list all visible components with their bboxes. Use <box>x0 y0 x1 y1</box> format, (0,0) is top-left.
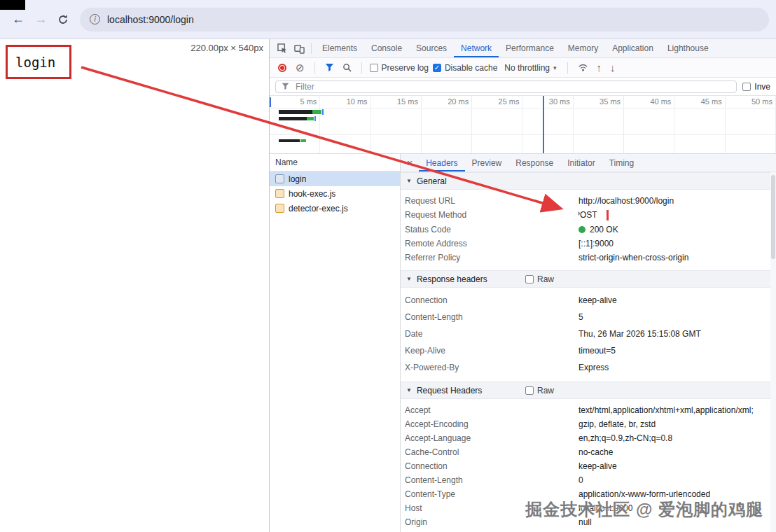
details-tab-initiator[interactable]: Initiator <box>560 154 602 172</box>
preserve-log-toggle[interactable]: Preserve log <box>370 63 429 73</box>
waterfall-timeline[interactable]: 5 ms 10 ms 15 ms 20 ms 25 ms 30 ms 35 ms… <box>270 96 776 154</box>
header-key: Remote Address <box>405 239 578 248</box>
header-value: Thu, 26 Mar 2026 15:15:08 GMT <box>578 329 776 339</box>
header-value: text/html,application/xhtml+xml,applicat… <box>578 405 776 415</box>
request-row-login[interactable]: login <box>270 172 400 186</box>
header-key: Connection <box>405 461 578 471</box>
disclosure-triangle-icon: ▼ <box>406 276 412 282</box>
header-key: Content-Length <box>405 312 578 322</box>
name-column-header[interactable]: Name <box>270 154 400 172</box>
login-button[interactable]: login <box>6 45 71 79</box>
clear-button[interactable]: ⊘ <box>293 62 307 74</box>
header-row: Status Code 200 OK <box>401 223 776 237</box>
devtools-tab-application[interactable]: Application <box>605 39 660 57</box>
checked-checkbox-icon: ✓ <box>433 64 441 72</box>
inspect-element-icon[interactable] <box>274 40 291 57</box>
header-key: Content-Type <box>405 489 578 499</box>
header-key: Content-Length <box>405 475 578 485</box>
request-header-rows: Accept text/html,application/xhtml+xml,a… <box>401 399 776 532</box>
section-response-headers[interactable]: ▼ Response headers Raw <box>401 270 776 288</box>
devtools-tab-sources[interactable]: Sources <box>409 39 454 57</box>
devtools-tab-elements[interactable]: Elements <box>315 39 364 57</box>
header-value: no-cache <box>578 447 776 457</box>
filter-icon[interactable] <box>323 63 336 72</box>
scrollbar-thumb[interactable] <box>771 175 775 259</box>
invert-filter-toggle[interactable]: Inve <box>742 82 770 92</box>
raw-label: Raw <box>537 274 554 284</box>
divider <box>567 62 568 74</box>
header-value: http://localhost:9000/login <box>578 196 776 206</box>
header-row: Accept-Language en,zh;q=0.9,zh-CN;q=0.8 <box>401 431 776 445</box>
header-row: Accept-Encoding gzip, deflate, br, zstd <box>401 417 776 431</box>
timeline-column: 25 ms <box>472 96 522 153</box>
page-content: login 220.00px × 540px <box>0 39 270 532</box>
header-row: Keep-Alive timeout=5 <box>401 342 776 359</box>
timeline-grid: 5 ms 10 ms 15 ms 20 ms 25 ms 30 ms 35 ms… <box>270 96 776 153</box>
timeline-divider <box>270 108 776 108</box>
devtools-tab-performance[interactable]: Performance <box>499 39 561 57</box>
post-method-highlight: POST <box>578 210 609 220</box>
timeline-column: 15 ms <box>371 96 422 153</box>
timeline-column: 40 ms <box>624 96 674 153</box>
header-row: Accept text/html,application/xhtml+xml,a… <box>401 403 776 417</box>
devtools-tab-console[interactable]: Console <box>364 39 409 57</box>
unchecked-checkbox-icon <box>742 83 751 91</box>
section-request-headers[interactable]: ▼ Request Headers Raw <box>401 382 776 399</box>
section-title: Request Headers <box>417 386 482 396</box>
devtools-tab-network[interactable]: Network <box>454 39 499 57</box>
details-tab-headers[interactable]: Headers <box>419 154 464 172</box>
close-icon[interactable]: × <box>401 158 419 169</box>
disable-cache-toggle[interactable]: ✓ Disable cache <box>433 63 497 73</box>
throttling-value: No throttling <box>504 63 550 73</box>
details-tab-response[interactable]: Response <box>508 154 560 172</box>
filter-input[interactable]: Filter <box>275 80 737 93</box>
reload-button[interactable] <box>53 10 73 29</box>
preserve-log-label: Preserve log <box>382 63 429 73</box>
element-dimensions-tooltip: 220.00px × 540px <box>190 43 263 53</box>
devtools-tab-memory[interactable]: Memory <box>561 39 605 57</box>
record-button[interactable] <box>275 61 289 75</box>
unchecked-checkbox-icon <box>525 386 534 395</box>
raw-toggle[interactable]: Raw <box>525 274 554 284</box>
header-key: Cache-Control <box>405 447 578 457</box>
network-conditions-icon[interactable] <box>576 62 590 73</box>
timeline-column: 50 ms <box>726 96 776 153</box>
header-row: Host localhost:9000 <box>401 501 776 515</box>
back-button[interactable]: ← <box>8 10 28 29</box>
header-row: Connection keep-alive <box>401 459 776 473</box>
invert-label: Inve <box>754 82 770 92</box>
document-icon <box>275 174 284 183</box>
response-header-rows: Connection keep-alive Content-Length 5 D… <box>401 288 776 382</box>
general-rows: Request URL http://localhost:9000/login … <box>401 190 776 270</box>
network-details-panel: × Headers Preview Response Initiator Tim… <box>401 154 776 532</box>
browser-toolbar: ← → i localhost:9000/login <box>0 0 776 39</box>
header-row: Content-Type application/x-www-form-urle… <box>401 487 776 501</box>
search-icon[interactable] <box>340 63 354 72</box>
device-toolbar-icon[interactable] <box>291 40 307 57</box>
waterfall-bar <box>312 110 321 114</box>
timeline-tick: 30 ms <box>549 97 570 106</box>
details-tab-preview[interactable]: Preview <box>465 154 509 172</box>
raw-toggle[interactable]: Raw <box>525 386 554 396</box>
header-value: 5 <box>578 312 776 322</box>
page-info-icon[interactable]: i <box>90 14 100 24</box>
scrollbar[interactable] <box>770 172 776 532</box>
export-har-icon[interactable]: ↓ <box>608 62 618 74</box>
request-row-hook-exec[interactable]: hook-exec.js <box>270 186 400 201</box>
url-bar[interactable]: i localhost:9000/login <box>80 8 769 31</box>
header-key: X-Powered-By <box>405 363 578 372</box>
network-body: Name login hook-exec.js detector-exec.js… <box>270 154 776 532</box>
header-row: Referrer Policy strict-origin-when-cross… <box>401 251 776 265</box>
import-har-icon[interactable]: ↑ <box>595 62 604 74</box>
header-value: timeout=5 <box>578 346 776 356</box>
details-tab-timing[interactable]: Timing <box>602 154 642 172</box>
forward-button[interactable]: → <box>31 10 50 29</box>
script-icon <box>275 204 284 213</box>
header-row: Request URL http://localhost:9000/login <box>401 194 776 208</box>
header-key: Keep-Alive <box>405 346 578 356</box>
section-general[interactable]: ▼ General <box>401 172 776 190</box>
devtools-tab-lighthouse[interactable]: Lighthouse <box>660 39 716 57</box>
request-row-detector-exec[interactable]: detector-exec.js <box>270 201 400 216</box>
header-value: Express <box>578 363 776 372</box>
throttling-dropdown[interactable]: No throttling ▾ <box>501 63 559 73</box>
